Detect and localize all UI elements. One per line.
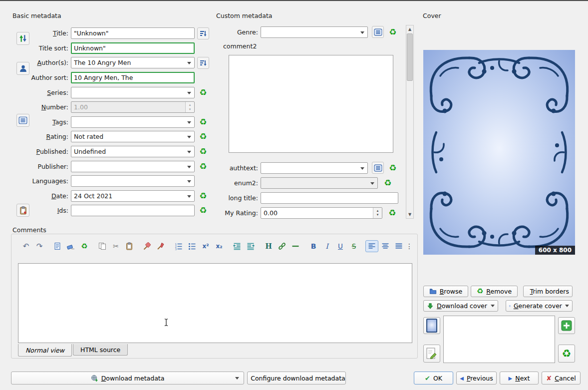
clear-genre-button[interactable]: ♻ <box>387 26 399 38</box>
underline-icon[interactable]: U <box>334 240 347 252</box>
chevron-down-icon <box>187 121 191 124</box>
recycle-icon: ♻ <box>199 206 207 215</box>
clear-series-button[interactable]: ♻ <box>197 86 209 98</box>
authtext-combo[interactable] <box>261 162 368 174</box>
tab-html-source[interactable]: HTML source <box>73 344 128 356</box>
align-left-icon[interactable] <box>365 240 378 252</box>
comments-group: ↶↷♻✂123x²x₂HBIUS ⋮ Normal view HTML sour… <box>11 234 418 359</box>
author-sort-input[interactable] <box>71 72 195 83</box>
strikethrough-icon[interactable]: S <box>347 240 360 252</box>
bold-icon[interactable]: B <box>307 240 320 252</box>
unordered-list-icon[interactable] <box>186 240 199 252</box>
italic-icon[interactable]: I <box>320 240 333 252</box>
series-number-row: Number: ▴▾ <box>11 100 212 115</box>
erase-icon[interactable] <box>64 240 77 252</box>
authors-row: Author(s): The 10 Angry Men <box>11 55 212 70</box>
published-combo[interactable]: Undefined <box>71 146 195 157</box>
color-icon[interactable] <box>154 240 167 252</box>
cut-icon[interactable]: ✂ <box>109 240 122 252</box>
spinner-arrows-icon[interactable]: ▴▾ <box>373 208 382 218</box>
cover-thumbnail-button[interactable] <box>423 317 440 334</box>
remove-format-icon[interactable] <box>141 240 154 252</box>
clear-my-rating-button[interactable]: ♻ <box>386 207 398 219</box>
browse-cover-button[interactable]: Browse <box>423 286 468 297</box>
series-combo[interactable] <box>71 87 195 98</box>
previous-button[interactable]: ◀ Previous <box>456 372 497 385</box>
authors-combo[interactable]: The 10 Angry Men <box>71 57 195 68</box>
align-center-icon[interactable] <box>379 240 392 252</box>
link-icon[interactable] <box>276 240 289 252</box>
arrow-left-icon: ◀ <box>460 376 464 381</box>
clear-ids-button[interactable]: ♻ <box>197 205 209 217</box>
paste-identifier-button[interactable] <box>16 204 29 217</box>
enum2-combo[interactable] <box>261 177 378 189</box>
cover-image[interactable]: 600 x 800 <box>423 50 575 255</box>
publisher-combo[interactable] <box>71 161 195 172</box>
download-metadata-button[interactable]: Download metadata <box>11 372 244 385</box>
swap-title-author-button[interactable] <box>16 32 29 45</box>
clear-published-button[interactable]: ♻ <box>197 146 209 158</box>
chevron-down-icon <box>370 182 374 185</box>
date-combo[interactable]: 24 Oct 2021 <box>71 190 195 202</box>
alternate-covers-list[interactable] <box>443 316 555 363</box>
manage-authors-button[interactable] <box>16 62 29 75</box>
download-cover-button[interactable]: Download cover <box>423 300 498 312</box>
clear-publisher-button[interactable]: ♻ <box>197 160 209 172</box>
published-label: Published: <box>29 148 68 155</box>
edit-cover-button[interactable] <box>423 345 440 363</box>
genre-combo[interactable] <box>261 26 368 38</box>
auto-title-sort-button[interactable] <box>197 27 209 39</box>
align-justify-icon[interactable] <box>392 240 405 252</box>
comment2-textarea[interactable] <box>229 55 393 153</box>
outdent-icon[interactable] <box>231 240 244 252</box>
cancel-button[interactable]: ✘ Cancel <box>542 372 581 385</box>
clear-icon[interactable]: ♻ <box>78 240 91 252</box>
configure-download-metadata-button[interactable]: Configure download metadata <box>247 372 346 385</box>
undo-icon[interactable]: ↶ <box>19 240 32 252</box>
remove-cover-button[interactable]: ♻ Remove <box>471 286 518 297</box>
scrollbar-thumb[interactable] <box>407 33 413 81</box>
date-row: Date: 24 Oct 2021 ♻ <box>11 189 212 204</box>
edit-authtext-list-button[interactable] <box>372 162 384 174</box>
my-rating-spinner[interactable]: ▴▾ <box>261 207 382 219</box>
title-input[interactable] <box>71 27 195 39</box>
hr-icon[interactable] <box>289 240 302 252</box>
clear-tags-button[interactable]: ♻ <box>197 116 209 128</box>
next-button[interactable]: ▶ Next <box>500 372 539 385</box>
paste-icon[interactable] <box>123 240 136 252</box>
trim-borders-button[interactable]: Trim borders <box>523 286 573 297</box>
scroll-up-icon[interactable]: ▲ <box>406 25 413 33</box>
ids-input[interactable] <box>71 205 195 216</box>
generate-cover-button[interactable]: Generate cover <box>506 300 573 312</box>
clear-enum2-button[interactable]: ♻ <box>382 177 394 189</box>
basic-metadata-section-title: Basic metadata <box>12 12 61 19</box>
edit-genre-list-button[interactable] <box>372 26 384 38</box>
title-sort-input[interactable] <box>71 42 195 54</box>
comments-editor[interactable] <box>18 263 412 343</box>
custom-metadata-scrollbar[interactable]: ▲ ▼ <box>406 25 414 219</box>
long-title-input[interactable] <box>261 192 398 204</box>
open-tag-editor-button[interactable] <box>16 114 29 127</box>
superscript-icon[interactable]: x² <box>199 240 212 252</box>
clear-date-button[interactable]: ♻ <box>197 190 209 202</box>
scroll-down-icon[interactable]: ▼ <box>406 211 413 218</box>
clear-rating-button[interactable]: ♻ <box>197 131 209 143</box>
subscript-icon[interactable]: x₂ <box>213 240 226 252</box>
redo-icon[interactable]: ↷ <box>33 240 46 252</box>
reset-cover-button[interactable]: ♻ <box>558 345 575 363</box>
auto-author-sort-button[interactable] <box>197 57 209 69</box>
add-cover-button[interactable] <box>558 317 575 334</box>
indent-icon[interactable] <box>244 240 257 252</box>
tags-combo[interactable] <box>71 116 195 128</box>
languages-combo[interactable] <box>71 175 195 187</box>
select-all-icon[interactable] <box>51 240 64 252</box>
clear-authtext-button[interactable]: ♻ <box>387 162 399 174</box>
rating-combo[interactable]: Not rated <box>71 131 195 142</box>
tab-normal-view[interactable]: Normal view <box>18 344 72 357</box>
my-rating-input[interactable] <box>261 208 372 218</box>
heading-icon[interactable]: H <box>262 240 275 252</box>
more-icon[interactable]: ⋮ <box>405 240 413 252</box>
ok-button[interactable]: ✔ OK <box>414 372 453 385</box>
ordered-list-icon[interactable]: 123 <box>172 240 185 252</box>
copy-icon[interactable] <box>96 240 109 252</box>
